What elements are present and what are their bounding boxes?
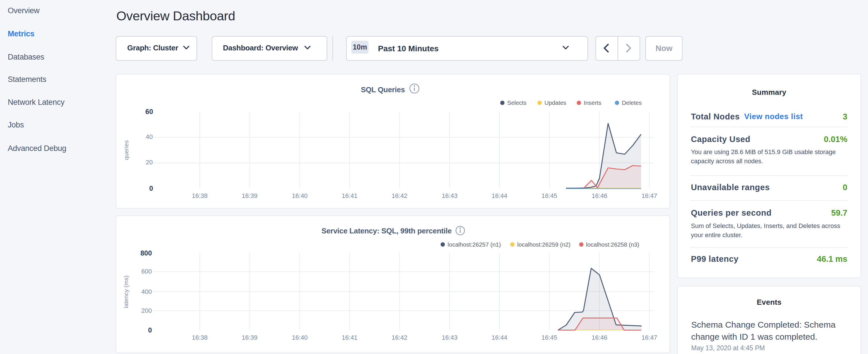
svg-text:16:47: 16:47: [641, 334, 657, 341]
svg-text:16:44: 16:44: [492, 334, 507, 341]
svg-text:400: 400: [141, 288, 152, 295]
svg-text:localhost:26258 (n3): localhost:26258 (n3): [586, 241, 639, 248]
svg-text:16:47: 16:47: [641, 192, 657, 199]
svg-text:Service Latency: SQL, 99th per: Service Latency: SQL, 99th percentile: [321, 227, 452, 235]
svg-text:40: 40: [146, 133, 153, 140]
svg-text:Selects: Selects: [507, 99, 526, 106]
svg-text:16:44: 16:44: [492, 192, 507, 199]
svg-text:16:45: 16:45: [541, 334, 557, 341]
svg-text:Deletes: Deletes: [622, 99, 642, 106]
svg-text:16:41: 16:41: [342, 334, 358, 341]
svg-text:16:42: 16:42: [392, 334, 407, 341]
svg-text:16:43: 16:43: [442, 192, 457, 199]
svg-text:16:41: 16:41: [342, 192, 358, 199]
svg-text:200: 200: [141, 307, 152, 314]
svg-text:localhost:26257 (n1): localhost:26257 (n1): [447, 241, 501, 248]
svg-text:16:43: 16:43: [442, 334, 457, 341]
svg-text:16:38: 16:38: [192, 334, 208, 341]
svg-text:latency (ms): latency (ms): [123, 276, 129, 308]
svg-text:16:40: 16:40: [292, 334, 308, 341]
svg-text:0: 0: [148, 326, 152, 334]
svg-text:16:46: 16:46: [591, 192, 607, 199]
svg-text:queries: queries: [123, 140, 129, 160]
svg-text:16:42: 16:42: [392, 192, 407, 199]
svg-text:Inserts: Inserts: [584, 99, 601, 106]
svg-text:0: 0: [149, 185, 153, 192]
svg-text:SQL Queries: SQL Queries: [361, 85, 405, 94]
svg-text:60: 60: [145, 108, 153, 116]
svg-text:16:46: 16:46: [591, 334, 607, 341]
svg-text:600: 600: [141, 268, 152, 275]
svg-text:Updates: Updates: [545, 99, 566, 106]
svg-text:16:38: 16:38: [192, 192, 208, 199]
svg-text:16:39: 16:39: [242, 334, 257, 341]
svg-text:800: 800: [141, 249, 152, 257]
svg-text:16:45: 16:45: [541, 192, 557, 199]
svg-text:16:40: 16:40: [292, 192, 308, 199]
svg-text:localhost:26259 (n2): localhost:26259 (n2): [517, 241, 570, 248]
svg-text:16:39: 16:39: [242, 192, 257, 199]
svg-text:20: 20: [146, 159, 153, 166]
